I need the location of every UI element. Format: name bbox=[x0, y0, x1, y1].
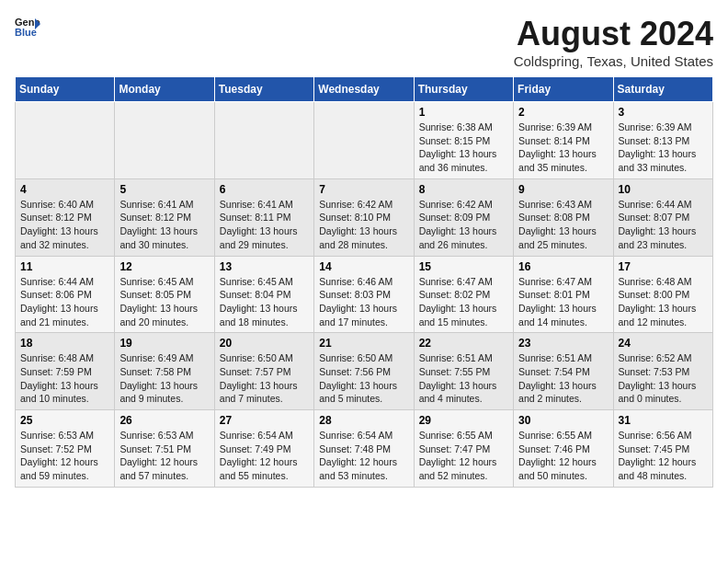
day-info: Sunrise: 6:42 AMSunset: 8:10 PMDaylight:… bbox=[319, 198, 408, 252]
day-info: Sunrise: 6:39 AMSunset: 8:14 PMDaylight:… bbox=[518, 121, 608, 175]
logo: General Blue bbox=[15, 15, 40, 37]
day-info: Sunrise: 6:55 AMSunset: 7:46 PMDaylight:… bbox=[518, 429, 608, 483]
calendar-cell bbox=[16, 102, 115, 179]
calendar-cell: 16Sunrise: 6:47 AMSunset: 8:01 PMDayligh… bbox=[514, 256, 613, 333]
calendar-cell: 26Sunrise: 6:53 AMSunset: 7:51 PMDayligh… bbox=[115, 410, 214, 488]
calendar-cell: 5Sunrise: 6:41 AMSunset: 8:12 PMDaylight… bbox=[115, 178, 214, 256]
day-info: Sunrise: 6:38 AMSunset: 8:15 PMDaylight:… bbox=[419, 121, 508, 175]
day-info: Sunrise: 6:45 AMSunset: 8:05 PMDaylight:… bbox=[119, 275, 209, 329]
day-info: Sunrise: 6:53 AMSunset: 7:51 PMDaylight:… bbox=[119, 429, 209, 483]
day-number: 24 bbox=[619, 337, 708, 350]
day-info: Sunrise: 6:39 AMSunset: 8:13 PMDaylight:… bbox=[619, 121, 708, 175]
calendar-cell: 19Sunrise: 6:49 AMSunset: 7:58 PMDayligh… bbox=[115, 333, 214, 410]
day-info: Sunrise: 6:42 AMSunset: 8:09 PMDaylight:… bbox=[419, 198, 508, 252]
day-number: 21 bbox=[319, 337, 408, 350]
location-subtitle: Coldspring, Texas, United States bbox=[514, 53, 713, 69]
col-sunday: Sunday bbox=[16, 77, 115, 102]
day-info: Sunrise: 6:50 AMSunset: 7:56 PMDaylight:… bbox=[319, 351, 408, 406]
day-number: 4 bbox=[20, 183, 109, 196]
day-number: 12 bbox=[119, 260, 209, 273]
svg-text:Blue: Blue bbox=[15, 27, 37, 37]
calendar-cell: 30Sunrise: 6:55 AMSunset: 7:46 PMDayligh… bbox=[514, 410, 613, 488]
day-number: 7 bbox=[319, 183, 408, 196]
calendar-cell: 10Sunrise: 6:44 AMSunset: 8:07 PMDayligh… bbox=[613, 178, 712, 256]
day-info: Sunrise: 6:52 AMSunset: 7:53 PMDaylight:… bbox=[619, 351, 708, 406]
day-number: 17 bbox=[619, 260, 708, 273]
day-info: Sunrise: 6:44 AMSunset: 8:06 PMDaylight:… bbox=[20, 275, 109, 329]
calendar-cell: 6Sunrise: 6:41 AMSunset: 8:11 PMDaylight… bbox=[214, 178, 313, 256]
calendar-cell: 23Sunrise: 6:51 AMSunset: 7:54 PMDayligh… bbox=[514, 333, 613, 410]
day-number: 31 bbox=[619, 414, 708, 427]
day-number: 3 bbox=[619, 106, 708, 119]
calendar-cell: 22Sunrise: 6:51 AMSunset: 7:55 PMDayligh… bbox=[414, 333, 513, 410]
col-tuesday: Tuesday bbox=[214, 77, 313, 102]
day-info: Sunrise: 6:40 AMSunset: 8:12 PMDaylight:… bbox=[20, 198, 109, 252]
day-number: 14 bbox=[319, 260, 408, 273]
calendar-cell: 21Sunrise: 6:50 AMSunset: 7:56 PMDayligh… bbox=[314, 333, 414, 410]
page-header: General Blue August 2024 Coldspring, Tex… bbox=[15, 15, 713, 69]
day-number: 28 bbox=[319, 414, 408, 427]
day-number: 6 bbox=[220, 183, 309, 196]
day-number: 18 bbox=[20, 337, 109, 350]
day-info: Sunrise: 6:47 AMSunset: 8:02 PMDaylight:… bbox=[419, 275, 508, 329]
day-info: Sunrise: 6:45 AMSunset: 8:04 PMDaylight:… bbox=[220, 275, 309, 329]
calendar-cell: 15Sunrise: 6:47 AMSunset: 8:02 PMDayligh… bbox=[414, 256, 513, 333]
day-info: Sunrise: 6:46 AMSunset: 8:03 PMDaylight:… bbox=[319, 275, 408, 329]
calendar-cell: 1Sunrise: 6:38 AMSunset: 8:15 PMDaylight… bbox=[414, 102, 513, 179]
day-info: Sunrise: 6:56 AMSunset: 7:45 PMDaylight:… bbox=[619, 429, 708, 483]
calendar-cell: 2Sunrise: 6:39 AMSunset: 8:14 PMDaylight… bbox=[514, 102, 613, 179]
calendar-cell: 29Sunrise: 6:55 AMSunset: 7:47 PMDayligh… bbox=[414, 410, 513, 488]
calendar-week-row: 25Sunrise: 6:53 AMSunset: 7:52 PMDayligh… bbox=[16, 410, 713, 488]
day-number: 30 bbox=[518, 414, 608, 427]
calendar-cell: 20Sunrise: 6:50 AMSunset: 7:57 PMDayligh… bbox=[214, 333, 313, 410]
calendar-cell: 14Sunrise: 6:46 AMSunset: 8:03 PMDayligh… bbox=[314, 256, 414, 333]
calendar-week-row: 1Sunrise: 6:38 AMSunset: 8:15 PMDaylight… bbox=[16, 102, 713, 179]
calendar-week-row: 4Sunrise: 6:40 AMSunset: 8:12 PMDaylight… bbox=[16, 178, 713, 256]
day-info: Sunrise: 6:51 AMSunset: 7:54 PMDaylight:… bbox=[518, 351, 608, 406]
day-number: 9 bbox=[518, 183, 608, 196]
day-number: 8 bbox=[419, 183, 508, 196]
day-info: Sunrise: 6:43 AMSunset: 8:08 PMDaylight:… bbox=[518, 198, 608, 252]
col-friday: Friday bbox=[514, 77, 613, 102]
day-info: Sunrise: 6:54 AMSunset: 7:49 PMDaylight:… bbox=[220, 429, 309, 483]
day-info: Sunrise: 6:41 AMSunset: 8:12 PMDaylight:… bbox=[119, 198, 209, 252]
col-saturday: Saturday bbox=[613, 77, 712, 102]
day-number: 20 bbox=[220, 337, 309, 350]
calendar-cell: 8Sunrise: 6:42 AMSunset: 8:09 PMDaylight… bbox=[414, 178, 513, 256]
day-info: Sunrise: 6:48 AMSunset: 8:00 PMDaylight:… bbox=[619, 275, 708, 329]
day-info: Sunrise: 6:49 AMSunset: 7:58 PMDaylight:… bbox=[119, 351, 209, 406]
calendar-cell: 7Sunrise: 6:42 AMSunset: 8:10 PMDaylight… bbox=[314, 178, 414, 256]
calendar-cell: 11Sunrise: 6:44 AMSunset: 8:06 PMDayligh… bbox=[16, 256, 115, 333]
calendar-cell: 28Sunrise: 6:54 AMSunset: 7:48 PMDayligh… bbox=[314, 410, 414, 488]
day-number: 23 bbox=[518, 337, 608, 350]
calendar-cell: 27Sunrise: 6:54 AMSunset: 7:49 PMDayligh… bbox=[214, 410, 313, 488]
calendar-cell: 31Sunrise: 6:56 AMSunset: 7:45 PMDayligh… bbox=[613, 410, 712, 488]
day-number: 5 bbox=[119, 183, 209, 196]
day-info: Sunrise: 6:48 AMSunset: 7:59 PMDaylight:… bbox=[20, 351, 109, 406]
calendar-cell: 25Sunrise: 6:53 AMSunset: 7:52 PMDayligh… bbox=[16, 410, 115, 488]
day-number: 25 bbox=[20, 414, 109, 427]
day-info: Sunrise: 6:53 AMSunset: 7:52 PMDaylight:… bbox=[20, 429, 109, 483]
calendar-cell: 9Sunrise: 6:43 AMSunset: 8:08 PMDaylight… bbox=[514, 178, 613, 256]
calendar-cell bbox=[214, 102, 313, 179]
day-info: Sunrise: 6:41 AMSunset: 8:11 PMDaylight:… bbox=[220, 198, 309, 252]
title-block: August 2024 Coldspring, Texas, United St… bbox=[514, 15, 713, 69]
calendar-cell: 17Sunrise: 6:48 AMSunset: 8:00 PMDayligh… bbox=[613, 256, 712, 333]
calendar-table: Sunday Monday Tuesday Wednesday Thursday… bbox=[15, 76, 713, 488]
calendar-cell: 4Sunrise: 6:40 AMSunset: 8:12 PMDaylight… bbox=[16, 178, 115, 256]
day-info: Sunrise: 6:51 AMSunset: 7:55 PMDaylight:… bbox=[419, 351, 508, 406]
day-number: 11 bbox=[20, 260, 109, 273]
calendar-cell bbox=[115, 102, 214, 179]
day-info: Sunrise: 6:47 AMSunset: 8:01 PMDaylight:… bbox=[518, 275, 608, 329]
col-wednesday: Wednesday bbox=[314, 77, 414, 102]
weekday-header-row: Sunday Monday Tuesday Wednesday Thursday… bbox=[16, 77, 713, 102]
day-number: 19 bbox=[119, 337, 209, 350]
calendar-cell: 13Sunrise: 6:45 AMSunset: 8:04 PMDayligh… bbox=[214, 256, 313, 333]
calendar-week-row: 18Sunrise: 6:48 AMSunset: 7:59 PMDayligh… bbox=[16, 333, 713, 410]
day-info: Sunrise: 6:50 AMSunset: 7:57 PMDaylight:… bbox=[220, 351, 309, 406]
calendar-week-row: 11Sunrise: 6:44 AMSunset: 8:06 PMDayligh… bbox=[16, 256, 713, 333]
col-monday: Monday bbox=[115, 77, 214, 102]
calendar-cell bbox=[314, 102, 414, 179]
calendar-cell: 12Sunrise: 6:45 AMSunset: 8:05 PMDayligh… bbox=[115, 256, 214, 333]
col-thursday: Thursday bbox=[414, 77, 513, 102]
